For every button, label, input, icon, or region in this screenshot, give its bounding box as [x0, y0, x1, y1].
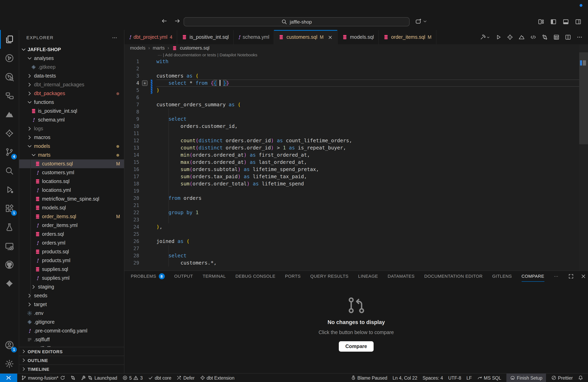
code-line-16[interactable]: 16 sum(orders.subtotal) as lifetime_spen…	[125, 166, 588, 173]
gutter[interactable]: 29	[125, 259, 156, 267]
nav-forward-icon[interactable]	[174, 18, 181, 24]
code-line-24[interactable]: 24 ),	[125, 223, 588, 230]
status-defer[interactable]: Defer	[177, 374, 195, 382]
breadcrumb-item[interactable]: models	[130, 45, 146, 51]
status-blame-status[interactable]: Blame Paused	[351, 374, 387, 382]
gutter[interactable]: 11	[125, 130, 156, 137]
breadcrumb-file[interactable]: customers.sql	[180, 45, 210, 51]
status-git-branch-status[interactable]: mwong-fusion*	[21, 374, 65, 382]
toggle-secondary-sidebar-icon[interactable]	[575, 18, 582, 25]
project-root-row[interactable]: JAFFLE-SHOP	[19, 45, 124, 54]
status-encoding[interactable]: UTF-8	[448, 374, 461, 382]
code-line-13[interactable]: 13 count(distinct orders.order_id) > 1 a…	[125, 144, 588, 152]
tree-item-metricflow_time_spine.sql[interactable]: metricflow_time_spine.sql	[19, 195, 124, 203]
tree-item-seeds[interactable]: seeds	[19, 291, 124, 300]
tab-schema.yml[interactable]: !schema.yml	[234, 30, 274, 44]
gutter[interactable]: 19	[125, 187, 156, 195]
code-line-28[interactable]: 28 select	[125, 252, 588, 259]
tree-item-target[interactable]: target	[19, 300, 124, 309]
code-line-8[interactable]: 8	[125, 108, 588, 115]
tree-item-customers.yml[interactable]: !customers.yml	[19, 168, 124, 177]
code-line-4[interactable]: 4+ select * from {{ }}	[125, 79, 588, 87]
command-center-search[interactable]: jaffle-shop	[184, 17, 410, 26]
panel-tab-ports[interactable]: PORTS	[285, 271, 301, 282]
tree-item-.env[interactable]: .env	[19, 309, 124, 318]
code-line-22[interactable]: 22 group by 1	[125, 209, 588, 216]
tab-dbt_project.yml[interactable]: !dbt_project.yml 4	[125, 30, 177, 44]
gutter[interactable]: 16	[125, 166, 156, 173]
gutter[interactable]: 23	[125, 216, 156, 223]
activity-remote-explorer[interactable]	[0, 237, 19, 255]
activity-source-control[interactable]: 4	[0, 143, 19, 161]
activity-datapilot[interactable]	[0, 105, 19, 124]
toggle-panel-icon[interactable]	[562, 18, 569, 25]
close-icon[interactable]	[328, 35, 333, 40]
tree-item-products.yml[interactable]: !products.yml	[19, 256, 124, 265]
gutter[interactable]: 15	[125, 159, 156, 166]
tree-item-.sqlfluff[interactable]: .sqlfluff	[19, 335, 124, 344]
tree-item-orders.yml[interactable]: !orders.yml	[19, 239, 124, 247]
gutter[interactable]: 25	[125, 230, 156, 238]
status-cursor-position[interactable]: Ln 4, Col 22	[393, 374, 417, 382]
activity-accounts[interactable]: 1	[0, 336, 19, 354]
code-line-3[interactable]: 3 customers as (	[125, 72, 588, 79]
gutter[interactable]: 18	[125, 180, 156, 187]
gutter[interactable]: 10	[125, 123, 156, 130]
tree-item-order_items.yml[interactable]: !order_items.yml	[19, 221, 124, 230]
code-line-26[interactable]: 26 joined as (	[125, 238, 588, 245]
gutter[interactable]: 13	[125, 144, 156, 152]
code-line-10[interactable]: 10 orders.customer_id,	[125, 123, 588, 130]
gutter[interactable]: 6	[125, 94, 156, 101]
code-line-27[interactable]: 27	[125, 245, 588, 252]
tree-item-analyses[interactable]: analyses	[19, 54, 124, 63]
activity-dbt-power-user[interactable]	[0, 124, 19, 143]
tree-item-.pre-commit-config.yaml[interactable]: !.pre-commit-config.yaml	[19, 326, 124, 335]
code-line-29[interactable]: 29 customers.*,	[125, 259, 588, 267]
gutter[interactable]: 2	[125, 65, 156, 72]
scrollbar-thumb[interactable]	[579, 52, 588, 144]
tree-item-marts[interactable]: marts	[19, 151, 124, 159]
breadcrumb[interactable]: models›marts› customers.sql	[125, 44, 588, 52]
status-language-mode[interactable]: MS SQL	[477, 374, 501, 382]
code-line-20[interactable]: 20 from orders	[125, 195, 588, 202]
gutter[interactable]: 7	[125, 101, 156, 108]
gutter[interactable]: 3	[125, 72, 156, 79]
code-line-21[interactable]: 21	[125, 202, 588, 209]
gutter[interactable]: 12	[125, 137, 156, 144]
status-dbt-core[interactable]: dbt core	[148, 374, 171, 382]
gutter[interactable]: 9	[125, 115, 156, 123]
tree-item-functions[interactable]: functions	[19, 98, 124, 107]
tree-item-.gitignore[interactable]: .gitignore	[19, 318, 124, 326]
copilot-menu[interactable]	[415, 18, 427, 25]
status-branch-compare[interactable]	[70, 374, 76, 382]
code-line-15[interactable]: 15 max(orders.ordered_at) as last_ordere…	[125, 159, 588, 166]
status-launchpad[interactable]: Launchpad	[81, 374, 117, 382]
gutter[interactable]: 14	[125, 152, 156, 159]
activity-settings[interactable]	[0, 354, 19, 373]
status-eol[interactable]: LF	[466, 374, 472, 382]
gutter[interactable]: 1	[125, 58, 156, 65]
gutter[interactable]: 24	[125, 223, 156, 230]
panel-tab-datamates[interactable]: DATAMATES	[388, 271, 415, 282]
activity-dbt-model-search[interactable]	[0, 68, 19, 86]
compare-changes-icon[interactable]	[542, 34, 548, 40]
tree-item-macros[interactable]: macros	[19, 133, 124, 142]
tree-item-locations.sql[interactable]: locations.sql	[19, 177, 124, 186]
status-finish-setup[interactable]: Finish Setup	[506, 374, 546, 382]
tree-item-logs[interactable]: logs	[19, 124, 124, 133]
code-line-1[interactable]: 1 with	[125, 58, 588, 65]
tree-item-models.sql[interactable]: models.sql	[19, 203, 124, 212]
dbt-power-user-action-icon[interactable]	[507, 34, 513, 40]
gutter[interactable]: 28	[125, 252, 156, 259]
tree-item-staging[interactable]: staging	[19, 283, 124, 291]
code-line-14[interactable]: 14 min(orders.ordered_at) as first_order…	[125, 152, 588, 159]
tree-item-dbt_internal_packages[interactable]: dbt_internal_packages	[19, 80, 124, 89]
sidebar-section-timeline[interactable]: TIMELINE	[19, 364, 124, 373]
compiled-code-icon[interactable]	[530, 34, 536, 40]
activity-run-debug[interactable]	[0, 180, 19, 199]
panel-tab-output[interactable]: OUTPUT	[174, 271, 193, 282]
breadcrumb-item[interactable]: marts	[153, 45, 165, 51]
panel-tab-debug-console[interactable]: DEBUG CONSOLE	[235, 271, 275, 282]
status-notifications[interactable]	[578, 374, 583, 382]
activity-dbt-filled[interactable]	[0, 274, 19, 293]
